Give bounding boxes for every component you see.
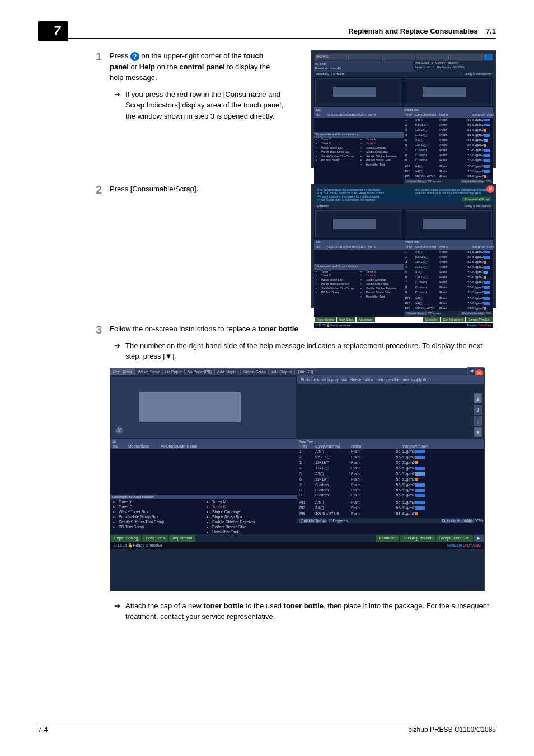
paper-tray-row: 7CustomPlain55-61g/m2 bbox=[404, 280, 493, 285]
paper-tray-row: PB307.0 x 473.0Plain81-91g/m2 bbox=[404, 306, 493, 311]
nav-right-button[interactable]: ▶ bbox=[474, 535, 484, 542]
paper-tray-row: 411x17▢Plain55-61g/m2 bbox=[404, 265, 493, 270]
screenshot-machine-screen-1: MACHINE ? No Toner Please add toner (K) … bbox=[311, 50, 496, 168]
paper-tray-row: 5A3▢Plain55-61g/m2 bbox=[297, 471, 484, 477]
step3-sub1: The number on the right-hand side of the… bbox=[110, 340, 496, 362]
consumable-item[interactable]: •Toner Y bbox=[110, 499, 204, 504]
machine-diagram-large: ? bbox=[111, 377, 296, 438]
paper-tray-row: 1A4▢Plain55-61g/m2 bbox=[404, 250, 493, 255]
paper-tray-row: PI2A4▢Plain55-61g/m2 bbox=[404, 169, 493, 174]
paper-tray-row: 312x18▢Plain55-61g/m2 bbox=[404, 128, 493, 133]
consumable-item[interactable]: •Punch-Hole Scrap Box bbox=[110, 514, 204, 519]
consumable-tab[interactable]: Rep. Toner bbox=[110, 368, 135, 375]
consumable-item[interactable]: •PB Trim Scrap bbox=[314, 290, 359, 295]
paper-tray-row: 312x18▢Plain55-61g/m2 bbox=[404, 260, 493, 265]
consumable-item[interactable]: •Waste Toner Box bbox=[110, 509, 204, 514]
nav-prev-button[interactable]: ◀ bbox=[467, 367, 476, 374]
consumable-item[interactable]: •Staple Scrap Box bbox=[359, 282, 404, 287]
consumable-tab[interactable]: No Paper(PB) bbox=[185, 368, 215, 375]
consumable-item[interactable]: •Perfect Binder Glue bbox=[359, 158, 404, 163]
consumable-item[interactable]: •Waste Toner Box bbox=[314, 146, 359, 151]
paper-tray-row: 312x18▢Plain55-61g/m2 bbox=[297, 460, 484, 466]
help-icon: ? bbox=[130, 52, 139, 61]
paper-tray-row: 613x19▢Plain55-61g/m2 bbox=[404, 275, 493, 280]
paper-tray-row: 8CustomPlain55-61g/m2 bbox=[404, 153, 493, 158]
consumable-item[interactable]: •Toner M bbox=[204, 499, 297, 504]
consumable-item[interactable]: •Toner C bbox=[110, 504, 204, 509]
consumable-item[interactable]: •Waste Toner Box bbox=[314, 278, 359, 283]
step-number-1: 1 bbox=[90, 50, 110, 168]
finisher-diagram bbox=[405, 78, 492, 106]
consumable-item[interactable]: •Perfect Binder Glue bbox=[204, 524, 297, 529]
consumable-item[interactable]: •Staple Scrap Box bbox=[204, 514, 297, 519]
consumable-item[interactable]: •Toner M bbox=[359, 138, 404, 142]
consumable-item[interactable]: •Saddle Stitcher Receiver bbox=[359, 154, 404, 159]
consumable-item[interactable]: •PB Trim Scrap bbox=[110, 524, 204, 529]
consumable-item[interactable]: •Humidifier Tank bbox=[359, 163, 404, 167]
step-indicator-1: 1 bbox=[474, 405, 482, 415]
paper-tray-row: 9CustomPlain55-61g/m2 bbox=[404, 290, 493, 295]
consumable-tab[interactable]: Add Stapler bbox=[214, 368, 241, 375]
close-icon[interactable]: ✕ bbox=[486, 185, 494, 193]
paper-tray-row: 7CustomPlain55-61g/m2 bbox=[404, 148, 493, 153]
consumable-item[interactable]: •Toner K bbox=[359, 142, 404, 146]
consumable-item[interactable]: •PB Trim Scrap bbox=[314, 158, 359, 163]
help-tab-icon[interactable]: ? bbox=[484, 54, 493, 60]
paper-tray-row: 8CustomPlain55-61g/m2 bbox=[404, 285, 493, 290]
consumable-item[interactable]: •Saddle Stitcher Receiver bbox=[204, 519, 297, 524]
instruction-text: Push the toner supply door release butto… bbox=[297, 375, 484, 384]
consumable-scrap-button[interactable]: Consumable/Scrap bbox=[462, 197, 491, 201]
screenshot-help-overlay: ✕ •The overall state of the machine can … bbox=[311, 184, 496, 308]
consumable-tab[interactable]: No Paper bbox=[162, 368, 185, 375]
consumable-item[interactable]: •Toner M bbox=[359, 270, 404, 274]
consumable-item[interactable]: •SaddleStitcher Trim Scrap bbox=[314, 154, 359, 159]
consumable-item[interactable]: •Toner Y bbox=[314, 138, 359, 142]
paper-tray-row: 9CustomPlain55-61g/m2 bbox=[404, 158, 493, 163]
step1-sub-bullet: If you press the red row in the [Consuma… bbox=[110, 89, 283, 122]
consumable-item[interactable]: •Punch-Hole Scrap Box bbox=[314, 282, 359, 287]
paper-tray-row: 613x19▢Plain55-61g/m2 bbox=[404, 143, 493, 148]
machine-diagram bbox=[315, 78, 402, 106]
paper-tray-row: 28.5x11▢Plain55-61g/m2 bbox=[404, 123, 493, 128]
step-number-3: 3 bbox=[90, 323, 110, 362]
consumable-item[interactable]: •Perfect Binder Glue bbox=[359, 290, 404, 295]
consumable-item[interactable]: •Staple Cartridge bbox=[359, 278, 404, 283]
consumable-item[interactable]: •Toner K bbox=[204, 504, 297, 509]
step3-sub2: Attach the cap of a new toner bottle to … bbox=[110, 600, 496, 622]
consumable-item[interactable]: •Toner C bbox=[314, 274, 359, 278]
paper-tray-row: 5A3▢Plain55-61g/m2 bbox=[404, 138, 493, 143]
consumable-item[interactable]: •Staple Scrap Box bbox=[359, 150, 404, 154]
paper-tray-row: 411x17▢Plain55-61g/m2 bbox=[404, 133, 493, 138]
consumable-item[interactable]: •Toner Y bbox=[314, 270, 359, 274]
consumable-tab[interactable]: Add Stapler bbox=[269, 368, 295, 375]
consumable-item[interactable]: •SaddleStitcher Trim Scrap bbox=[110, 519, 204, 524]
step2-text: Press [Consumable/Scrap]. bbox=[110, 185, 198, 193]
consumable-tab[interactable]: Staple Scrap bbox=[241, 368, 269, 375]
consumable-item[interactable]: •Staple Cartridge bbox=[204, 509, 297, 514]
step-number-2: 2 bbox=[90, 184, 110, 308]
consumable-item[interactable]: •Staple Cartridge bbox=[359, 146, 404, 151]
consumable-item[interactable]: •Humidifier Tank bbox=[204, 529, 297, 534]
paper-tray-row: PB307.0 x 473.0Plain81-91g/m2 bbox=[404, 174, 493, 179]
ui-tab-machine[interactable]: MACHINE bbox=[315, 54, 347, 60]
consumable-tab[interactable]: Trim(SD) bbox=[294, 368, 316, 375]
step-indicator-6: 6 bbox=[474, 416, 482, 426]
paper-tray-row: PI1A4▢Plain55-61g/m2 bbox=[404, 296, 493, 301]
nav-down-button[interactable]: ▼ bbox=[474, 427, 482, 437]
help-icon[interactable]: ? bbox=[115, 426, 123, 434]
consumable-item[interactable]: •SaddleStitcher Trim Scrap bbox=[314, 287, 359, 291]
consumable-item[interactable]: •Humidifier Tank bbox=[359, 295, 404, 299]
paper-tray-row: 8CustomPlain55-61g/m2 bbox=[297, 487, 484, 492]
consumable-indicators-header[interactable]: Consumable and Scrap Indicators bbox=[314, 132, 404, 138]
nav-up-button[interactable]: ▲ bbox=[474, 393, 482, 403]
paper-tray-row: 28.5x11▢Plain55-61g/m2 bbox=[297, 454, 484, 460]
consumable-item[interactable]: •Saddle Stitcher Receiver bbox=[359, 287, 404, 291]
alert-msg: No Toner Please add toner (K) bbox=[314, 61, 413, 72]
consumable-tab[interactable]: Waste Toner bbox=[135, 368, 162, 375]
consumable-item[interactable]: •Punch-Hole Scrap Box bbox=[314, 150, 359, 154]
paper-tray-row: PI2A4▢Plain55-61g/m2 bbox=[404, 301, 493, 306]
consumable-item[interactable]: •Toner K bbox=[359, 274, 404, 278]
consumable-item[interactable]: •Toner C bbox=[314, 142, 359, 146]
paper-tray-row: 7CustomPlain55-61g/m2 bbox=[297, 482, 484, 487]
paper-tray-row: PI1A4▢Plain55-61g/m2 bbox=[297, 500, 484, 505]
